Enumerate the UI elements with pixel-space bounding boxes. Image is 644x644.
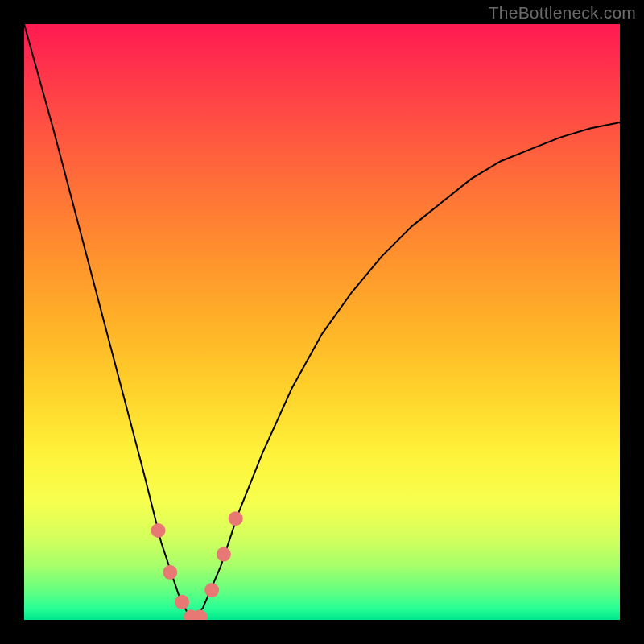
curve-path xyxy=(24,24,620,620)
marker-dot xyxy=(217,547,231,562)
marker-dot xyxy=(204,583,219,597)
marker-dot xyxy=(151,523,166,538)
marker-dot xyxy=(229,511,243,526)
watermark-text: TheBottleneck.com xyxy=(489,3,636,23)
highlight-markers xyxy=(151,511,243,620)
chart-svg xyxy=(24,24,620,620)
marker-dot xyxy=(175,595,189,609)
chart-frame xyxy=(24,24,620,620)
bottleneck-curve xyxy=(24,24,620,620)
marker-dot xyxy=(163,565,177,580)
